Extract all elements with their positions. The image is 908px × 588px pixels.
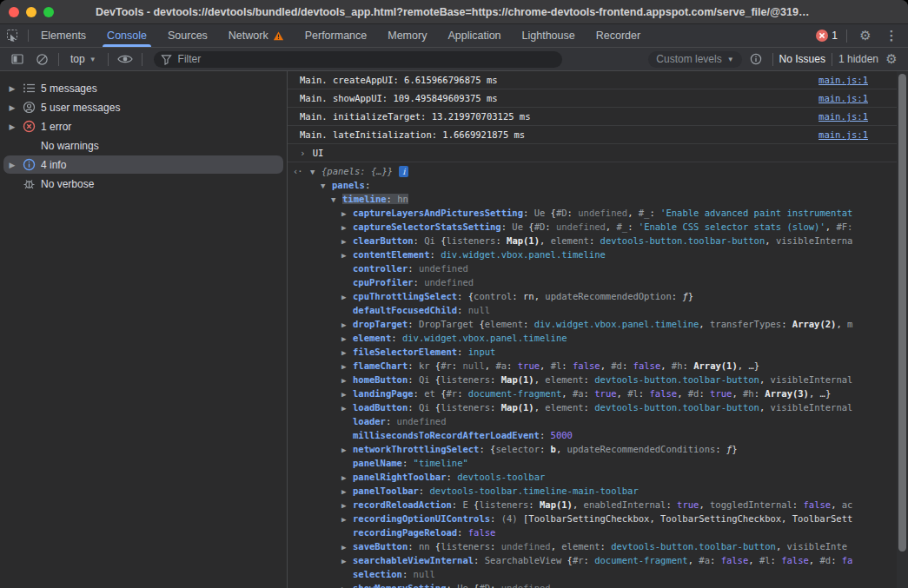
tree-row: ‹·▼{panels: {…}}i [288, 164, 908, 178]
title-bar: DevTools - devtools://devtools/bundled/d… [0, 0, 908, 24]
disclosure-triangle-icon[interactable]: ▶ [341, 512, 353, 525]
disclosure-triangle-icon[interactable]: ▶ [341, 471, 353, 484]
disclosure-triangle-icon[interactable]: ▶ [341, 248, 353, 261]
property-value: ac [842, 499, 853, 510]
property-value: : [639, 388, 650, 399]
scrollbar-thumb[interactable] [898, 74, 906, 552]
disclosure-triangle-icon[interactable]: ▶ [341, 332, 353, 345]
devtools-window: DevTools - devtools://devtools/bundled/d… [0, 0, 908, 588]
property-value: : [649, 208, 660, 218]
expand-arrow-icon[interactable]: ▶ [7, 103, 17, 112]
disclosure-triangle-icon[interactable]: ▼ [310, 165, 321, 178]
sidebar-item-no-verbose[interactable]: No verbose [3, 175, 283, 193]
log-levels-selector[interactable]: Custom levels ▼ [648, 51, 741, 68]
property-value: , [699, 319, 710, 329]
property-value: #r [447, 388, 458, 399]
property-value: Qi [424, 235, 441, 246]
source-link[interactable]: main.js:1 [819, 129, 868, 140]
tree-row: ▶recordReloadAction: E {listeners: Map(1… [288, 498, 908, 512]
tab-performance[interactable]: Performance [295, 24, 377, 47]
disclosure-triangle-icon[interactable]: ▶ [341, 373, 353, 386]
disclosure-triangle-icon[interactable]: ▶ [341, 360, 353, 373]
tab-memory[interactable]: Memory [378, 24, 436, 47]
window-title: DevTools - devtools://devtools/bundled/d… [0, 6, 908, 18]
filter-box [154, 51, 562, 68]
expand-arrow-icon[interactable]: ▶ [7, 84, 17, 93]
disclosure-triangle-icon[interactable]: ▶ [341, 485, 353, 498]
disclosure-triangle-icon[interactable]: ▶ [341, 221, 353, 234]
property-value: : [584, 388, 595, 399]
console-settings-gear-icon[interactable]: ⚙ [882, 50, 901, 69]
property-value: , …} [809, 388, 831, 399]
expand-arrow-icon[interactable]: ▶ [7, 161, 17, 169]
property-name: panelToolbar [353, 486, 419, 496]
disclosure-triangle-icon[interactable]: ▶ [341, 401, 353, 414]
tab-sources[interactable]: Sources [158, 24, 217, 47]
console-toolbar: top ▼ Custom levels ▼ No Issues 1 hidden… [0, 48, 908, 71]
property-value: div.widget.vbox.panel.timeline [441, 249, 606, 260]
disclosure-triangle-icon[interactable]: ▶ [341, 207, 353, 220]
tab-network[interactable]: Network [219, 24, 294, 47]
more-options-kebab-icon[interactable]: ⋮ [882, 26, 901, 45]
sidebar-item-label: 5 user messages [41, 102, 120, 114]
sidebar-item-4-info[interactable]: ▶4 info [3, 155, 283, 174]
context-selector[interactable]: top ▼ [65, 53, 102, 65]
property-value: #F: [836, 221, 852, 232]
property-value: listeners [479, 499, 528, 510]
property-value: : [446, 472, 457, 482]
tab-console[interactable]: Console [97, 24, 156, 47]
filter-input[interactable] [178, 53, 555, 65]
info-icon[interactable] [746, 50, 766, 68]
property-value: , [688, 555, 699, 565]
property-value: kr [419, 360, 435, 371]
inspect-element-icon[interactable] [0, 24, 26, 47]
tab-lighthouse[interactable]: Lighthouse [513, 24, 585, 47]
disclosure-triangle-icon[interactable]: ▶ [341, 554, 353, 567]
show-console-sidebar-icon[interactable] [7, 50, 28, 68]
source-link[interactable]: main.js:1 [819, 111, 868, 122]
disclosure-triangle-icon[interactable]: ▼ [331, 193, 342, 206]
source-link[interactable]: main.js:1 [819, 75, 868, 85]
sidebar-item-no-warnings[interactable]: No warnings [3, 136, 283, 155]
property-value: : [414, 235, 425, 246]
disclosure-triangle-icon[interactable]: ▶ [341, 318, 353, 331]
disclosure-triangle-icon[interactable]: ▶ [341, 387, 353, 400]
sidebar-item-label: 1 error [41, 121, 71, 133]
property-value: fa [842, 555, 853, 565]
property-value: : [523, 319, 534, 329]
property-value: : [490, 374, 501, 385]
property-value: : [545, 221, 556, 232]
disclosure-triangle-icon[interactable]: ▶ [341, 582, 353, 588]
settings-gear-icon[interactable]: ⚙ [856, 26, 875, 45]
hidden-messages-count[interactable]: 1 hidden [838, 53, 878, 65]
property-value: #D [556, 208, 567, 218]
live-expression-eye-icon[interactable] [115, 50, 136, 68]
disclosure-triangle-icon[interactable]: ▼ [321, 179, 332, 192]
sidebar-item-1-error[interactable]: ▶1 error [3, 117, 283, 135]
disclosure-triangle-icon[interactable]: ▶ [341, 443, 353, 456]
issues-counter[interactable]: No Issues [779, 53, 825, 65]
clear-console-icon[interactable] [31, 50, 52, 68]
property-name: cpuThrottlingSelect [353, 291, 457, 301]
property-value: , [551, 541, 562, 552]
source-link[interactable]: main.js:1 [819, 93, 868, 103]
sidebar-item-5-user-messages[interactable]: ▶5 user messages [3, 98, 283, 116]
property-value: visibleInterna [776, 235, 853, 246]
error-count-badge[interactable]: 1 [816, 30, 838, 42]
disclosure-triangle-icon[interactable]: ▶ [341, 499, 353, 512]
tab-application[interactable]: Application [438, 24, 510, 47]
property-value: #l [627, 388, 639, 399]
property-value: : [402, 569, 414, 579]
property-value: , [809, 555, 820, 565]
disclosure-triangle-icon[interactable]: ▶ [341, 290, 353, 303]
sidebar-item-5-messages[interactable]: ▶5 messages [3, 79, 283, 97]
tab-recorder[interactable]: Recorder [587, 24, 650, 47]
property-value: listeners [447, 235, 496, 246]
expand-arrow-icon[interactable]: ▶ [7, 122, 17, 131]
scrollbar-track[interactable] [897, 71, 908, 588]
property-value: , [600, 360, 612, 371]
disclosure-triangle-icon[interactable]: ▶ [341, 540, 353, 553]
disclosure-triangle-icon[interactable]: ▶ [341, 235, 353, 248]
disclosure-triangle-icon[interactable]: ▶ [341, 346, 353, 359]
tab-elements[interactable]: Elements [31, 24, 96, 47]
